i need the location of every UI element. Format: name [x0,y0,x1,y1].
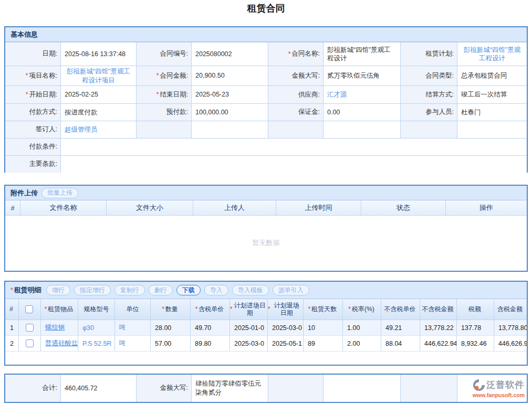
att-col-upload-time: 上传时间 [276,200,361,215]
lease-days-cell[interactable]: 89 [303,336,342,351]
add-row-button[interactable]: 增行 [46,285,70,295]
field-pay-terms-value [60,139,527,155]
field-start-date-label: *开始日期: [5,86,60,103]
att-col-filesize: 文件大小 [106,200,193,215]
field-supplier-label: 供应商: [268,86,323,103]
qty-cell[interactable]: 28.00 [150,320,190,335]
empty-cell [400,121,457,138]
unit-cell[interactable]: 吨 [119,323,126,332]
field-end-date-label: *结束日期: [136,86,191,103]
tax-rate-cell[interactable]: 1.00 [342,320,381,335]
attachments-section-header: 附件上传 批量上传 [5,186,527,200]
field-contract-no-value: 2025080002 [191,42,268,66]
basic-info-panel: 基本信息 日期: 2025-08-16 13:37:48 合同编号: 20250… [4,26,528,173]
field-contract-type-value: 总承包租赁合同 [457,66,527,86]
qty-cell[interactable]: 57.00 [150,336,190,351]
price-inc-tax-cell[interactable]: 89.80 [190,336,230,351]
field-signer-link[interactable]: 超级管理员 [65,125,98,134]
empty-cell [400,375,457,402]
import-template-button[interactable]: 导入模板 [232,285,269,295]
basic-info-title: 基本信息 [11,30,38,39]
field-amount-caps-label: 金额大写: [268,66,323,86]
col-spec: 规格型号 [78,299,114,320]
planned-out-date-cell[interactable]: 2025-03-0 [267,320,303,335]
col-unit: 单位 [114,299,150,320]
copy-row-button[interactable]: 复制行 [114,285,145,295]
import-button[interactable]: 导入 [204,285,228,295]
field-participants-label: 参与人员: [400,104,457,121]
att-col-status: 状态 [361,200,445,215]
amount-ex-tax-cell: 446,622.94 [420,336,456,351]
field-supplier-link[interactable]: 汇才源 [327,90,347,99]
tax-rate-cell[interactable]: 2.00 [342,336,381,351]
field-amount-caps-value: 贰万零玖佰元伍角 [323,66,400,86]
field-deposit-label: 保证金: [268,104,323,121]
row-checkbox[interactable] [26,339,34,347]
col-planned-out-date: *计划退场日期 [267,299,303,320]
empty-cell [323,375,400,402]
tax-amount-cell: 8,932.46 [456,336,494,351]
amount-ex-tax-cell: 13,778.22 [420,320,456,335]
col-item: *租赁物品 [40,299,78,320]
col-price-inc-tax: *含税单价 [190,299,230,320]
row-checkbox[interactable] [26,324,34,332]
col-price-ex-tax: 不含税单价 [381,299,420,320]
col-amount-ex-tax: 不含税金额 [420,299,456,320]
empty-cell [457,121,527,138]
planned-in-date-cell[interactable]: 2025-03-0 [230,336,267,351]
col-select [18,299,40,320]
total-value: 460,405.72 [60,375,136,402]
price-ex-tax-cell: 88.04 [381,336,420,351]
attachments-panel: 附件上传 批量上传 # 文件名称 文件大小 上传人 上传时间 状态 操作 暂无数… [4,185,528,272]
col-amount-inc-tax: 含税金额 [494,299,527,320]
field-deposit-value: 0.00 [323,104,400,121]
item-link[interactable]: 普通硅酸盐 [45,339,78,348]
field-date-label: 日期: [5,42,60,66]
delete-row-button[interactable]: 删行 [149,285,173,295]
attachments-title: 附件上传 [11,188,38,198]
att-col-index: # [5,200,20,215]
col-lease-days: *租赁天数 [303,299,342,320]
price-inc-tax-cell[interactable]: 49.70 [190,320,230,335]
att-col-filename: 文件名称 [20,200,106,215]
col-tax-amount: 税额 [456,299,494,320]
total-caps-label: 金额大写: [136,375,191,402]
planned-out-date-cell[interactable]: 2025-05-1 [267,336,303,351]
planned-in-date-cell[interactable]: 2025-01-0 [230,320,267,335]
empty-cell [136,121,191,138]
attachments-empty-body: 暂无数据 [5,216,527,270]
field-pay-method-label: 付款方式: [5,104,60,121]
fanpu-logo-icon [473,379,485,391]
empty-cell [323,121,400,138]
lease-detail-section-header: * 租赁明细 增行 指定增行 复制行 删行 下载 导入 导入模板 源单引入 [5,282,527,299]
col-tax-rate: *税率(%) [342,299,381,320]
field-project-name-link[interactable]: 彭祖新城“四馆”景观工程设计项目 [65,67,132,84]
field-contract-amount-value: 20,900.50 [191,66,268,86]
field-main-terms-label: 主要条款: [5,156,60,173]
lease-days-cell[interactable]: 10 [303,320,342,335]
field-lease-plan-label: 租赁计划: [400,42,457,66]
price-ex-tax-cell: 49.21 [381,320,420,335]
field-prepay-value: 100,000.00 [191,104,268,121]
amount-inc-tax-cell: 13,778.80 [494,320,527,335]
item-link[interactable]: 螺纹钢 [45,323,65,332]
unit-cell[interactable]: 吨 [119,339,126,348]
empty-state-text: 暂无数据 [253,238,280,248]
field-prepay-label: 预付款: [136,104,191,121]
batch-upload-button[interactable]: 批量上传 [41,188,78,198]
select-all-checkbox[interactable] [25,305,33,313]
field-lease-plan-link[interactable]: 彭祖新城“四馆”景观工程设计 [461,46,523,63]
spec-cell[interactable]: φ30 [82,324,94,332]
download-button[interactable]: 下载 [176,285,201,295]
source-doc-button[interactable]: 源单引入 [273,285,309,295]
field-contract-no-label: 合同编号: [136,42,191,66]
field-start-date-value: 2025-02-25 [60,86,136,103]
spec-cell[interactable]: P.S 52.5R [82,340,111,347]
empty-cell [191,121,268,138]
field-main-terms-value [60,156,527,173]
field-end-date-value: 2025-05-23 [191,86,268,103]
attachments-header-row: # 文件名称 文件大小 上传人 上传时间 状态 操作 [5,200,527,216]
insert-row-button[interactable]: 指定增行 [74,285,111,295]
lease-detail-title: 租赁明细 [14,285,41,295]
detail-row-1: 1 螺纹钢 φ30 吨 28.00 49.70 2025-01-0 2025-0… [5,320,527,336]
